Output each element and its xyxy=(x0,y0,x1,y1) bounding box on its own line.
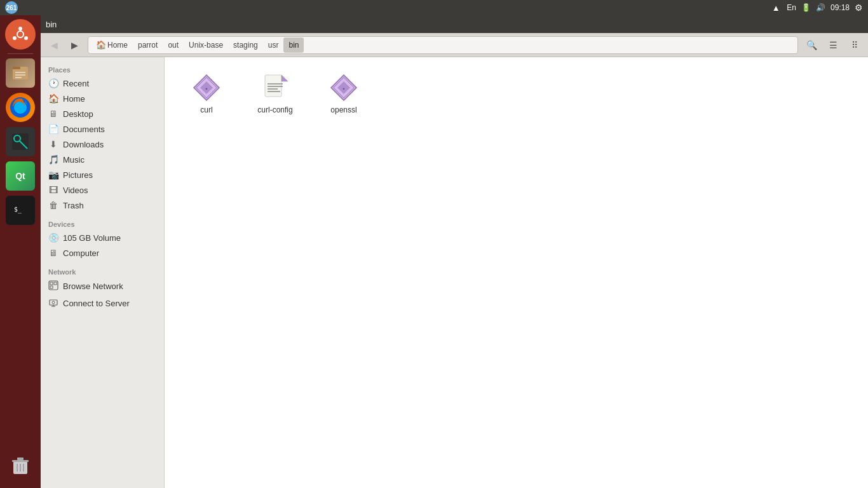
topbar-settings-icon[interactable]: ⚙ xyxy=(855,3,863,13)
file-item-curl-config[interactable]: curl-config xyxy=(243,67,307,119)
sidebar-item-music[interactable]: 🎵 Music xyxy=(41,152,164,167)
sidebar-item-documents-label: Documents xyxy=(63,125,105,134)
breadcrumb-home-label: Home xyxy=(107,41,128,50)
curl-icon: ✦ xyxy=(191,72,222,103)
svg-text:$_: $_ xyxy=(14,206,22,214)
volume-sidebar-icon: 💿 xyxy=(48,233,58,243)
desktop-icon: 🖥 xyxy=(48,109,58,119)
breadcrumb-usr[interactable]: usr xyxy=(263,37,284,53)
file-item-openssl[interactable]: ✦ openssl xyxy=(312,67,376,119)
terminal-icon: $_ xyxy=(6,196,35,225)
downloads-icon: ⬇ xyxy=(48,139,58,149)
svg-text:✦: ✦ xyxy=(342,86,346,92)
menu-button[interactable]: ☰ xyxy=(824,36,843,54)
svg-point-2 xyxy=(13,36,17,40)
svg-rect-18 xyxy=(12,460,29,462)
launcher-item-firefox[interactable] xyxy=(4,91,37,124)
sidebar-item-trash[interactable]: 🗑 Trash xyxy=(41,198,164,213)
trash-launcher-icon xyxy=(6,452,35,481)
recent-icon: 🕐 xyxy=(48,78,58,88)
svg-rect-8 xyxy=(15,74,25,76)
launcher-item-figures[interactable] xyxy=(4,125,37,158)
breadcrumb-parrot[interactable]: parrot xyxy=(133,37,163,53)
wifi-icon: ▲ xyxy=(770,2,782,13)
system-topbar: 261 ▲ En 🔋 🔊 09:18 ⚙ xyxy=(0,0,868,15)
launcher-item-ubuntu[interactable] xyxy=(4,18,37,51)
breadcrumb-bin[interactable]: bin xyxy=(283,37,304,53)
sidebar-item-desktop[interactable]: 🖥 Desktop xyxy=(41,106,164,121)
sidebar-item-trash-label: Trash xyxy=(63,201,84,210)
curl-filename: curl xyxy=(200,105,212,114)
svg-rect-9 xyxy=(15,77,22,78)
volume-icon: 🔊 xyxy=(816,3,825,12)
qt-icon: Qt xyxy=(6,161,35,191)
breadcrumb: 🏠 Home parrot out Unix-base staging usr xyxy=(88,36,798,54)
connect-server-icon xyxy=(48,297,58,309)
breadcrumb-home[interactable]: 🏠 Home xyxy=(91,37,133,53)
home-icon: 🏠 xyxy=(48,93,58,104)
breadcrumb-usr-label: usr xyxy=(268,41,279,50)
curl-config-filename: curl-config xyxy=(257,105,292,114)
sidebar-item-volume-label: 105 GB Volume xyxy=(63,233,121,243)
file-item-curl[interactable]: ✦ curl xyxy=(175,67,238,119)
forward-button[interactable]: ▶ xyxy=(65,36,84,54)
launcher-item-qt[interactable]: Qt xyxy=(4,159,37,193)
breadcrumb-out[interactable]: out xyxy=(163,37,184,53)
launcher-item-files[interactable] xyxy=(4,57,37,90)
breadcrumb-out-label: out xyxy=(168,41,179,50)
launcher-item-terminal[interactable]: $_ xyxy=(4,194,37,227)
devices-header: Devices xyxy=(41,217,164,230)
view-button[interactable]: ⠿ xyxy=(845,36,864,54)
sidebar-item-music-label: Music xyxy=(63,155,85,165)
network-header: Network xyxy=(41,264,164,278)
launcher-item-trash[interactable] xyxy=(4,450,37,483)
clock: 09:18 xyxy=(831,3,850,12)
sidebar-item-documents[interactable]: 📄 Documents xyxy=(41,121,164,137)
main-content: Places 🕐 Recent 🏠 Home 🖥 Desktop 📄 Docum… xyxy=(41,57,868,488)
breadcrumb-staging-label: staging xyxy=(233,41,258,50)
sidebar-item-home[interactable]: 🏠 Home xyxy=(41,91,164,106)
ubuntu-icon xyxy=(5,19,36,50)
breadcrumb-unixbase-label: Unix-base xyxy=(189,41,223,50)
openssl-filename: openssl xyxy=(330,105,356,114)
topbar-left: 261 xyxy=(5,1,18,14)
svg-rect-25 xyxy=(54,282,57,285)
svg-rect-7 xyxy=(15,72,25,73)
svg-rect-24 xyxy=(50,282,53,285)
sidebar: Places 🕐 Recent 🏠 Home 🖥 Desktop 📄 Docum… xyxy=(41,57,165,488)
user-avatar[interactable]: 261 xyxy=(5,1,18,14)
sidebar-item-downloads[interactable]: ⬇ Downloads xyxy=(41,137,164,152)
documents-icon: 📄 xyxy=(48,124,58,134)
sidebar-item-downloads-label: Downloads xyxy=(63,140,104,149)
window-title: bin xyxy=(46,20,57,29)
openssl-icon: ✦ xyxy=(329,72,359,103)
pictures-icon: 📷 xyxy=(48,170,58,180)
sidebar-item-recent-label: Recent xyxy=(63,79,89,88)
toolbar: ◀ ▶ 🏠 Home parrot out Unix-base staging xyxy=(41,33,868,57)
svg-rect-6 xyxy=(13,67,20,69)
sidebar-item-connect-server[interactable]: Connect to Server xyxy=(41,295,164,312)
sidebar-item-computer[interactable]: 🖥 Computer xyxy=(41,245,164,261)
music-icon: 🎵 xyxy=(48,154,58,165)
breadcrumb-unixbase[interactable]: Unix-base xyxy=(184,37,228,53)
sidebar-item-volume[interactable]: 💿 105 GB Volume xyxy=(41,230,164,245)
sidebar-item-browse-network-label: Browse Network xyxy=(63,281,123,291)
svg-point-3 xyxy=(24,36,28,40)
files-area: ✦ curl xyxy=(165,57,868,488)
titlebar: bin xyxy=(41,15,868,33)
back-button[interactable]: ◀ xyxy=(44,36,64,54)
sidebar-item-browse-network[interactable]: Browse Network xyxy=(41,278,164,295)
sidebar-item-pictures[interactable]: 📷 Pictures xyxy=(41,167,164,182)
breadcrumb-staging[interactable]: staging xyxy=(228,37,263,53)
sidebar-item-videos[interactable]: 🎞 Videos xyxy=(41,182,164,198)
firefox-icon xyxy=(6,93,35,122)
sidebar-item-recent[interactable]: 🕐 Recent xyxy=(41,76,164,91)
sidebar-item-home-label: Home xyxy=(63,94,85,104)
svg-rect-27 xyxy=(50,300,57,305)
search-button[interactable]: 🔍 xyxy=(802,36,821,54)
svg-rect-19 xyxy=(17,458,24,460)
sidebar-item-desktop-label: Desktop xyxy=(63,109,93,119)
lang-indicator[interactable]: En xyxy=(787,3,796,12)
file-manager-window: bin ◀ ▶ 🏠 Home parrot out Unix-base xyxy=(41,15,868,488)
svg-point-1 xyxy=(18,27,22,30)
